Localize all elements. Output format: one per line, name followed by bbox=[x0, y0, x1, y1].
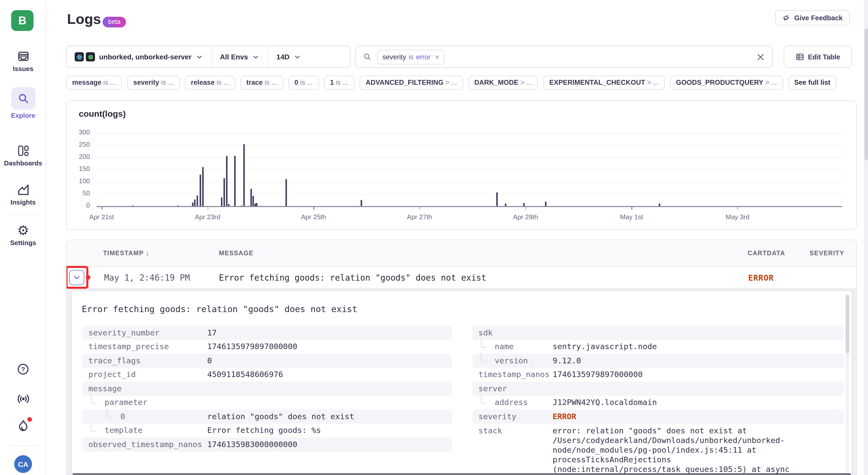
attribute-key: severity_number bbox=[88, 328, 207, 337]
attribute-key: 0 bbox=[88, 412, 207, 421]
attribute-key: timestamp_precise bbox=[88, 342, 207, 351]
sidebar-item-dashboards[interactable]: Dashboards bbox=[0, 144, 46, 167]
table-row[interactable]: May 1, 2:46:19 PM Error fetching goods: … bbox=[66, 267, 856, 289]
chevron-down-icon bbox=[252, 53, 260, 61]
chart-bar bbox=[192, 202, 193, 206]
detail-scrollbar[interactable] bbox=[846, 294, 849, 473]
column-header-timestamp[interactable]: TIMESTAMP ↓ bbox=[103, 240, 149, 267]
detail-row-0: 0relation "goods" does not exist bbox=[82, 410, 452, 423]
date-range-value: 14D bbox=[277, 53, 289, 61]
chart-bar bbox=[505, 203, 506, 206]
log-detail-panel: Error fetching goods: relation "goods" d… bbox=[71, 290, 852, 475]
give-feedback-button[interactable]: Give Feedback bbox=[775, 10, 850, 25]
detail-title: Error fetching goods: relation "goods" d… bbox=[82, 304, 357, 314]
filter-chip-ADVANCED_FILTERING[interactable]: ADVANCED_FILTERING > ... bbox=[360, 76, 463, 90]
issues-icon bbox=[17, 50, 30, 63]
chart-bar bbox=[659, 203, 660, 206]
sidebar-item-settings[interactable]: ⚙ Settings bbox=[0, 224, 46, 247]
chevron-down-icon bbox=[195, 53, 203, 61]
row-timestamp: May 1, 2:46:19 PM bbox=[104, 267, 190, 289]
megaphone-icon bbox=[782, 13, 790, 22]
attribute-chips-row: message is ...severity is ...release is … bbox=[66, 76, 868, 90]
column-header-cartdata[interactable]: CARTDATA bbox=[748, 240, 785, 267]
chart-bar bbox=[241, 205, 242, 206]
token-remove-icon[interactable]: × bbox=[435, 53, 439, 61]
edit-table-button[interactable]: Edit Table bbox=[784, 46, 852, 68]
clear-search-button[interactable] bbox=[756, 53, 765, 61]
gridline bbox=[96, 133, 842, 133]
svg-text:?: ? bbox=[21, 366, 25, 373]
x-tick-mark bbox=[314, 207, 314, 210]
filter-chip-1[interactable]: 1 is ... bbox=[324, 76, 354, 90]
help-button[interactable]: ? bbox=[0, 362, 46, 376]
page-scrollbar[interactable] bbox=[864, 0, 868, 475]
detail-row-trace_flags: trace_flags0 bbox=[82, 354, 452, 368]
chart-bar bbox=[523, 203, 525, 206]
date-range-selector[interactable]: 14D bbox=[269, 53, 309, 61]
broadcast-button[interactable] bbox=[0, 392, 46, 406]
detail-row-address: addressJ12PWN42YQ.localdomain bbox=[472, 396, 844, 410]
sidebar-item-label: Explore bbox=[0, 112, 46, 119]
filter-chip-EXPERIMENTAL_CHECKOUT[interactable]: EXPERIMENTAL_CHECKOUT > ... bbox=[543, 76, 665, 90]
table-icon bbox=[795, 52, 804, 61]
filter-chip-DARK_MODE[interactable]: DARK_MODE > ... bbox=[468, 76, 538, 90]
column-header-severity[interactable]: SEVERITY bbox=[810, 240, 844, 267]
filter-chip-trace[interactable]: trace is ... bbox=[240, 76, 283, 90]
page-filter-bar: unborked, unborked-server All Envs 14D bbox=[66, 46, 350, 68]
search-bar[interactable]: severity is error × bbox=[355, 46, 773, 68]
filter-chip-release[interactable]: release is ... bbox=[185, 76, 235, 90]
gridline bbox=[96, 157, 842, 158]
chart-bar bbox=[256, 203, 257, 206]
chart-plot-area[interactable]: 050100150200250300Apr 21stApr 23rdApr 25… bbox=[66, 101, 856, 229]
chart-bar bbox=[254, 203, 256, 206]
x-tick-label: Apr 29th bbox=[499, 213, 552, 221]
scrollbar-thumb[interactable] bbox=[846, 295, 849, 353]
x-tick-mark bbox=[738, 207, 738, 210]
column-header-message[interactable]: MESSAGE bbox=[219, 240, 253, 267]
chart-bar bbox=[223, 178, 225, 206]
attribute-key: parameter bbox=[88, 398, 207, 407]
x-tick-mark bbox=[420, 207, 420, 210]
y-tick-label: 0 bbox=[66, 201, 90, 209]
attribute-key: project_id bbox=[88, 370, 207, 379]
whats-new-button[interactable] bbox=[0, 419, 46, 433]
sidebar-item-explore[interactable]: Explore bbox=[0, 87, 46, 119]
attribute-value: J12PWN42YQ.localdomain bbox=[553, 398, 657, 407]
chart-bar bbox=[545, 202, 547, 206]
help-icon: ? bbox=[16, 362, 30, 376]
gridline bbox=[96, 182, 842, 182]
gridline bbox=[96, 194, 842, 194]
attribute-key: address bbox=[478, 398, 553, 407]
search-filter-token[interactable]: severity is error × bbox=[377, 49, 444, 64]
chart-bar bbox=[199, 174, 201, 206]
chart-bar bbox=[226, 156, 227, 206]
sidebar: B Issues Explore Dashboards bbox=[0, 0, 46, 475]
dashboards-icon bbox=[17, 144, 30, 157]
attribute-key: stack bbox=[478, 426, 553, 435]
filter-chip-severity[interactable]: severity is ... bbox=[127, 76, 180, 90]
node-platform-icon bbox=[86, 52, 95, 61]
see-full-list-button[interactable]: See full list bbox=[788, 76, 837, 90]
row-severity: ERROR bbox=[748, 267, 774, 289]
project-selector-value: unborked, unborked-server bbox=[99, 53, 191, 61]
filter-chip-0[interactable]: 0 is ... bbox=[288, 76, 319, 90]
sidebar-item-label: Settings bbox=[0, 239, 46, 247]
detail-row-version: version9.12.0 bbox=[472, 354, 844, 368]
chart-bar bbox=[243, 144, 245, 206]
filter-chip-GOODS_PRODUCTQUERY[interactable]: GOODS_PRODUCTQUERY > ... bbox=[670, 76, 783, 90]
project-selector[interactable]: unborked, unborked-server bbox=[66, 52, 211, 61]
sidebar-item-issues[interactable]: Issues bbox=[0, 50, 46, 73]
sidebar-item-insights[interactable]: Insights bbox=[0, 183, 46, 206]
chart-bar bbox=[194, 199, 195, 206]
next-section-edge bbox=[72, 473, 851, 475]
filter-chip-message[interactable]: message is ... bbox=[66, 76, 122, 90]
detail-row-observed_timestamp_nanos: observed_timestamp_nanos1746135983000000… bbox=[82, 437, 452, 451]
org-logo[interactable]: B bbox=[11, 10, 33, 31]
annotation-box bbox=[66, 266, 88, 289]
environment-selector[interactable]: All Envs bbox=[212, 53, 268, 61]
scrollbar-thumb[interactable] bbox=[864, 28, 868, 160]
user-avatar[interactable]: CA bbox=[14, 455, 32, 473]
attribute-value: error: relation "goods" does not exist a… bbox=[553, 426, 789, 474]
y-tick-label: 100 bbox=[66, 177, 90, 185]
detail-row-sdk: sdk bbox=[472, 326, 844, 340]
